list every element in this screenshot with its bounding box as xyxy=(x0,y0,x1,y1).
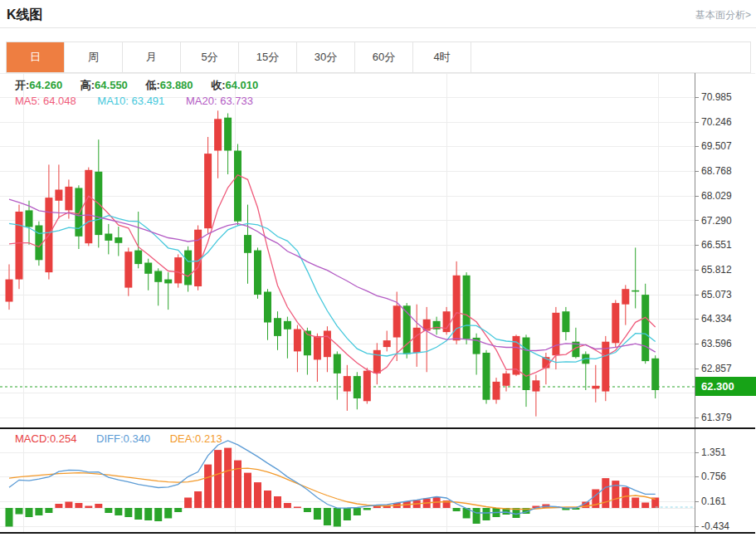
tab-30min[interactable]: 30分 xyxy=(297,42,355,72)
svg-text:65.073: 65.073 xyxy=(701,289,732,300)
svg-text:67.290: 67.290 xyxy=(701,215,732,227)
svg-text:0.161: 0.161 xyxy=(701,496,726,507)
tab-60min[interactable]: 60分 xyxy=(355,42,413,72)
svg-text:62.857: 62.857 xyxy=(701,363,732,374)
y-axis-labels: 70.98570.24669.50768.76868.02967.29066.5… xyxy=(701,91,732,532)
svg-text:65.812: 65.812 xyxy=(701,264,732,276)
svg-text:1.351: 1.351 xyxy=(701,447,726,458)
gridlines xyxy=(0,73,755,532)
header-divider xyxy=(0,27,756,28)
dea-legend: DEA:0.213 xyxy=(170,432,222,445)
low-value: 63.880 xyxy=(160,79,193,91)
close-value: 64.010 xyxy=(226,79,259,91)
svg-text:63.596: 63.596 xyxy=(701,338,732,349)
kline-widget: K线图 基本面分析> 日周月5分15分30分60分4时 70.98570.246… xyxy=(0,0,756,537)
ma10-line xyxy=(9,216,656,363)
svg-text:61.379: 61.379 xyxy=(701,412,732,423)
candlestick-series xyxy=(6,110,660,416)
svg-text:66.551: 66.551 xyxy=(701,239,732,251)
ma5-line xyxy=(9,175,656,377)
ma20-line xyxy=(9,199,656,352)
svg-text:68.029: 68.029 xyxy=(701,190,732,202)
tab-week[interactable]: 周 xyxy=(65,42,123,72)
tab-4hour[interactable]: 4时 xyxy=(413,42,471,72)
svg-text:69.507: 69.507 xyxy=(701,140,732,152)
ma-legend-row: MA5: 64.048 MA10: 63.491 MA20: 63.733 xyxy=(15,95,271,107)
svg-text:70.985: 70.985 xyxy=(701,91,732,103)
diff-line xyxy=(9,441,656,515)
ma20-legend: MA20: 63.733 xyxy=(186,95,253,107)
tab-15min[interactable]: 15分 xyxy=(239,42,297,72)
svg-text:64.334: 64.334 xyxy=(701,313,732,325)
high-label: 高: xyxy=(80,79,95,91)
open-label: 开: xyxy=(15,79,29,91)
svg-text:70.246: 70.246 xyxy=(701,116,732,128)
ma10-legend: MA10: 63.491 xyxy=(97,95,164,107)
svg-text:-0.434: -0.434 xyxy=(701,520,729,532)
ma5-legend: MA5: 64.048 xyxy=(15,95,76,107)
open-value: 64.260 xyxy=(29,79,62,91)
fundamental-analysis-link[interactable]: 基本面分析> xyxy=(695,8,751,22)
macd-legend: MACD:0.254 xyxy=(15,432,76,445)
svg-text:68.768: 68.768 xyxy=(701,165,732,177)
diff-legend: DIFF:0.340 xyxy=(96,432,150,445)
macd-legend-row: MACD:0.254 DIFF:0.340 DEA:0.213 xyxy=(15,432,239,445)
tab-month[interactable]: 月 xyxy=(123,42,181,72)
macd-histogram xyxy=(6,448,660,527)
dea-line xyxy=(9,468,656,509)
page-title: K线图 xyxy=(7,7,43,24)
high-value: 64.550 xyxy=(95,79,128,91)
ohlc-row: 开:64.260 高:64.550 低:63.880 收:64.010 xyxy=(15,78,273,93)
period-tab-bar: 日周月5分15分30分60分4时 xyxy=(6,41,751,73)
tab-5min[interactable]: 5分 xyxy=(181,42,239,72)
low-label: 低: xyxy=(145,79,159,91)
current-price-badge: 62.300 xyxy=(695,377,756,396)
close-label: 收: xyxy=(211,79,225,91)
y-axis xyxy=(695,73,699,532)
svg-text:0.756: 0.756 xyxy=(701,471,726,482)
tab-day[interactable]: 日 xyxy=(7,42,65,72)
